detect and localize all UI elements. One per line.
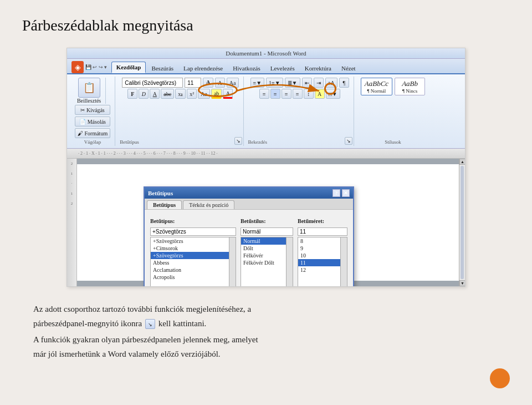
size-listbox[interactable]: 8 9 10 11 12 (298, 237, 347, 287)
scroll-down-button[interactable]: ▼ (459, 280, 466, 286)
vertical-scrollbar[interactable]: ▲ ▼ (459, 159, 465, 286)
bullets-button[interactable]: ≡▼ (250, 78, 265, 88)
numbering-button[interactable]: 1≡▼ (266, 78, 283, 88)
dialog-question-button[interactable]: ? (332, 189, 340, 197)
justify-button[interactable]: ≡ (293, 89, 303, 99)
ruler-marks: · 2 · 1 · X · 1 · 1 · · · 2 · · · 3 · · … (78, 151, 217, 156)
size-item-9[interactable]: 9 (298, 245, 340, 252)
align-left-button[interactable]: ≡ (259, 89, 269, 99)
scroll-thumb[interactable] (461, 166, 464, 279)
tab-levelezés[interactable]: Levelezés (266, 63, 299, 73)
size-item-10[interactable]: 10 (298, 252, 340, 259)
horizontal-ruler: · 2 · 1 · X · 1 · 1 · · · 2 · · · 3 · · … (67, 149, 465, 159)
font-list-scrollbar[interactable] (229, 237, 236, 286)
shrink-font-button[interactable]: A (215, 78, 225, 88)
tab-korrektúra[interactable]: Korrektúra (300, 63, 336, 73)
para-align-row: ≡▼ 1≡▼ ≣▼ ⇤ ⇥ ↕A ¶ (250, 78, 349, 88)
font-size-input[interactable] (185, 78, 201, 88)
increase-indent-button[interactable]: ⇥ (314, 78, 324, 88)
styles-group: AaBbCc ¶ Normál AaBb ¶ Nincs Stílusok (356, 77, 429, 146)
subscript-button[interactable]: x₂ (175, 89, 186, 99)
cut-button[interactable]: ✂ Kivágás (75, 105, 110, 115)
beillesztes-label: Beillesztés (77, 98, 101, 104)
align-right-button[interactable]: ≡ (282, 89, 291, 99)
text-effect-button[interactable]: Aa (198, 89, 210, 99)
beillesztes-button[interactable]: 📋 Beillesztés (77, 78, 106, 104)
copy-button[interactable]: 📄 Másolás (75, 117, 110, 126)
font-type-label: Betűtípus: (150, 218, 175, 224)
bekezdés-dialog-button[interactable]: ↘ (345, 137, 352, 145)
clear-format-button[interactable]: Aa (227, 78, 239, 88)
style-item-felkover-dolt[interactable]: Félkövér Dőlt (241, 259, 286, 266)
font-item-6[interactable]: Acropolis (151, 274, 229, 281)
style-listbox[interactable]: Normál Dőlt Félkövér Félkövér Dőlt (241, 237, 293, 287)
align-center-button[interactable]: ≡ (270, 89, 280, 99)
sort-button[interactable]: ↕A (325, 78, 337, 88)
style-card-normal[interactable]: AaBbCc ¶ Normál (361, 78, 392, 95)
shading-button[interactable]: A (315, 89, 325, 99)
tab-hivatkozas[interactable]: Hivatkozás (228, 63, 264, 73)
orange-dot-decoration (490, 368, 510, 388)
italic-button[interactable]: D (139, 89, 149, 99)
size-list-scrollbar[interactable] (340, 237, 347, 286)
dialog-tab-terkoz[interactable]: Térköz és pozíció (183, 200, 234, 209)
font-color-button[interactable]: A (223, 89, 233, 99)
highlight-button[interactable]: ab (211, 89, 222, 99)
font-item-2[interactable]: +Címsorok (151, 245, 229, 252)
font-item-1[interactable]: +Szövegtörzs (151, 237, 229, 245)
betutipus-dialog-button[interactable]: ↘ (234, 137, 242, 145)
scroll-up-button[interactable]: ▲ (459, 159, 466, 165)
tab-kezdolap[interactable]: Kezdőlap (111, 62, 146, 73)
multilevel-button[interactable]: ≣▼ (285, 78, 300, 88)
font-item-4[interactable]: Abbess (151, 259, 229, 266)
bold-button[interactable]: F (127, 89, 137, 99)
decrease-indent-button[interactable]: ⇤ (302, 78, 312, 88)
size-item-11[interactable]: 11 (298, 259, 340, 266)
paragraph-group: ≡▼ 1≡▼ ≣▼ ⇤ ⇥ ↕A ¶ ≡ ≡ ≡ ≡ ↕ A □▼ Bekezd… (246, 77, 354, 146)
dialog-close-button[interactable]: ✕ (342, 189, 350, 197)
style-item-normal[interactable]: Normál (241, 237, 286, 245)
font-style-label: Betűstílus: (241, 218, 266, 224)
size-item-12[interactable]: 12 (298, 266, 340, 274)
show-hide-button[interactable]: ¶ (339, 78, 349, 88)
style-item-dolt[interactable]: Dőlt (241, 245, 286, 252)
style-card-none[interactable]: AaBb ¶ Nincs (395, 78, 425, 95)
screenshot-container: Dokumentum1 - Microsoft Word ◈ 💾 ↩ ↪ ▾ K… (66, 48, 466, 287)
dialog-titlebar: Betűtípus ? ✕ (145, 188, 353, 199)
font-name-input[interactable] (122, 78, 183, 88)
superscript-button[interactable]: x² (187, 89, 197, 99)
strikethrough-button[interactable]: abc (161, 89, 174, 99)
dialog-body: Betűtípus: Betűstílus: Betűméret: (145, 210, 353, 287)
office-button[interactable]: ◈ (71, 61, 84, 73)
bekezdés-group-label: Bekezdés (248, 138, 267, 145)
size-field[interactable] (298, 227, 347, 236)
grow-font-button[interactable]: A (203, 78, 213, 88)
ribbon-tabs: ◈ 💾 ↩ ↪ ▾ Kezdőlap Beszúrás Lap elrendez… (67, 59, 465, 74)
line-spacing-button[interactable]: ↕ (304, 89, 314, 99)
tab-nézet[interactable]: Nézet (337, 63, 360, 73)
border-button[interactable]: □▼ (326, 89, 340, 99)
desc-line3: kell kattintani. (158, 319, 207, 328)
desc-line4: A funkciók gyakran olyan párbeszédpanele… (33, 335, 258, 344)
font-item-5[interactable]: Acclamation (151, 266, 229, 274)
underline-button[interactable]: A (150, 89, 160, 99)
desc-line2: párbeszédpanel-megnyitó ikonra (33, 319, 142, 328)
font-name-field[interactable] (150, 227, 236, 236)
tab-lap-elrendezese[interactable]: Lap elrendezése (179, 63, 227, 73)
style-listbox-inner: Normál Dőlt Félkövér Félkövér Dőlt (241, 237, 293, 286)
style-list-scrollbar[interactable] (286, 237, 293, 286)
font-item-3[interactable]: +Szövegtörzs (151, 252, 229, 259)
size-list-col: 8 9 10 11 12 (298, 227, 347, 287)
style-item-felkover[interactable]: Félkövér (241, 252, 286, 259)
styles-cards: AaBbCc ¶ Normál AaBb ¶ Nincs (361, 78, 425, 95)
font-listbox[interactable]: +Szövegtörzs +Címsorok +Szövegtörzs Abbe… (150, 237, 236, 287)
clipboard-group: 📋 Beillesztés ✂ Kivágás 📄 Másolás 🖌 Form… (70, 77, 115, 146)
doc-page[interactable]: Betűtípus ? ✕ Betűtípus Térköz és pozíci… (77, 164, 459, 281)
font-name-row: A A Aa (122, 78, 238, 88)
tab-beszuras[interactable]: Beszúrás (147, 63, 178, 73)
size-listbox-items: 8 9 10 11 12 (298, 237, 340, 286)
style-field[interactable] (241, 227, 293, 236)
format-copy-button[interactable]: 🖌 Formátum (75, 128, 110, 138)
size-item-8[interactable]: 8 (298, 237, 340, 245)
dialog-tab-betutipus[interactable]: Betűtípus (147, 200, 182, 209)
